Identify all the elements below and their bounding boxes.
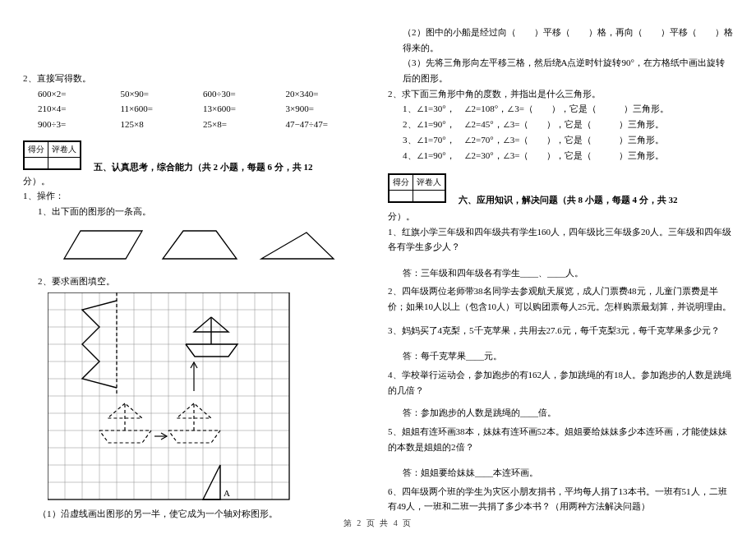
svg-marker-2 — [261, 232, 334, 259]
grid-svg: A — [48, 292, 294, 501]
angle-row: 4、∠1=90°， ∠2=30°，∠3=（ ），它是（ ）三角形。 — [403, 148, 733, 163]
grader-label: 评卷人 — [413, 175, 445, 191]
fen-label: 分）。 — [23, 173, 368, 189]
grid-figure: A — [48, 292, 368, 503]
calc-row: 600×2= 50×90= 600÷30= 20×340= — [38, 86, 368, 102]
svg-marker-0 — [64, 231, 142, 259]
a4-text: 答：参加跑步的人数是跳绳的____倍。 — [403, 405, 733, 421]
score-block-right: 得分 评卷人 六、应用知识，解决问题（共 8 小题，每题 4 分，共 32 — [388, 165, 733, 206]
calc-cell: 20×340= — [286, 86, 369, 102]
r2-text: （2）图中的小船是经过向（ ）平移（ ）格，再向（ ）平移（ ）格得来的。 — [403, 25, 733, 55]
fen-label: 分）。 — [388, 209, 733, 224]
calc-block: 600×2= 50×90= 600÷30= 20×340= 210×4= 11×… — [38, 86, 368, 132]
calc-cell: 11×600= — [121, 101, 204, 117]
svg-marker-1 — [163, 231, 237, 259]
score-table: 得分 评卷人 — [388, 173, 446, 203]
score-block: 得分 评卷人 五、认真思考，综合能力（共 2 小题，每题 6 分，共 12 — [23, 132, 368, 173]
angle-row: 1、∠1=30°， ∠2=108°，∠3=（ ），它是（ ）三角形。 — [403, 101, 733, 117]
left-column: 2、直接写得数。 600×2= 50×90= 600÷30= 20×340= 2… — [23, 25, 368, 518]
a3-text: 答：每千克苹果____元。 — [403, 348, 733, 364]
q4-text: 4、学校举行运动会，参加跑步的有162人，参加跳绳的有18人。参加跑步的人数是跳… — [388, 367, 733, 398]
calc-row: 900÷3= 125×8 25×8= 47−47÷47= — [38, 117, 368, 132]
q1-text: 1、红旗小学三年级和四年级共有学生160人，四年级比三年级多20人。三年级和四年… — [388, 224, 733, 255]
q6-text: 6、四年级两个班的学生为灾区小朋友捐书，平均每人捐了13本书。一班有51人，二班… — [388, 484, 733, 514]
calc-cell: 125×8 — [121, 117, 204, 132]
score-cell — [390, 191, 413, 202]
q5-text: 5、姐姐有连环画38本，妹妹有连环画52本。姐姐要给妹妹多少本连环画，才能使妹妹… — [388, 424, 733, 454]
grader-cell — [413, 191, 445, 202]
section-6-title: 六、应用知识，解决问题（共 8 小题，每题 4 分，共 32 — [459, 195, 678, 205]
q1-label: 1、操作： — [23, 188, 368, 204]
section-5-title: 五、认真思考，综合能力（共 2 小题，每题 6 分，共 12 — [94, 162, 313, 172]
calc-cell: 25×8= — [203, 117, 286, 132]
height-shapes-svg — [48, 224, 343, 267]
q1b-label: 2、要求画图填空。 — [38, 274, 368, 289]
q2-text: 2、四年级两位老师带38名同学去参观航天展览，成人门票费48元，儿童门票费是半价… — [388, 283, 733, 314]
r3-text: （3）先将三角形向左平移三格，然后绕A点逆时针旋转90°，在方格纸中画出旋转后的… — [403, 55, 733, 85]
q1a-label: 1、出下面的图形的一条高。 — [38, 204, 368, 219]
calc-cell: 900÷3= — [38, 117, 121, 132]
rt2: 2、求下面三角形中角的度数，并指出是什么三角形。 — [388, 86, 733, 102]
svg-text:A: A — [224, 488, 230, 498]
a5-text: 答：姐姐要给妹妹____本连环画。 — [403, 465, 733, 481]
angle-row: 2、∠1=90°， ∠2=45°，∠3=（ ），它是（ ）三角形。 — [403, 117, 733, 132]
score-label: 得分 — [390, 175, 413, 191]
calc-cell: 600×2= — [38, 86, 121, 102]
score-cell — [25, 157, 48, 168]
calc-cell: 13×600= — [203, 101, 286, 117]
grader-cell — [48, 157, 81, 168]
grader-label: 评卷人 — [48, 141, 81, 157]
q2-title: 2、直接写得数。 — [23, 71, 368, 86]
calc-cell: 50×90= — [121, 86, 204, 102]
shapes-row — [48, 224, 368, 267]
q3-text: 3、妈妈买了4克梨，5千克苹果，共用去27.6元，每千克梨3元，每千克苹果多少元… — [388, 323, 733, 338]
score-label: 得分 — [25, 141, 48, 157]
calc-cell: 210×4= — [38, 101, 121, 117]
angle-row: 3、∠1=70°， ∠2=70°，∠3=（ ），它是（ ）三角形。 — [403, 132, 733, 148]
calc-row: 210×4= 11×600= 13×600= 3×900= — [38, 101, 368, 117]
page-footer: 第 2 页 共 4 页 — [0, 518, 756, 529]
calc-cell: 600÷30= — [203, 86, 286, 102]
calc-cell: 47−47÷47= — [286, 117, 369, 132]
a1-text: 答：三年级和四年级各有学生____、____人。 — [403, 265, 733, 281]
calc-cell: 3×900= — [286, 101, 369, 117]
right-column: （2）图中的小船是经过向（ ）平移（ ）格，再向（ ）平移（ ）格得来的。 （3… — [388, 25, 733, 518]
score-table: 得分 评卷人 — [23, 140, 81, 170]
